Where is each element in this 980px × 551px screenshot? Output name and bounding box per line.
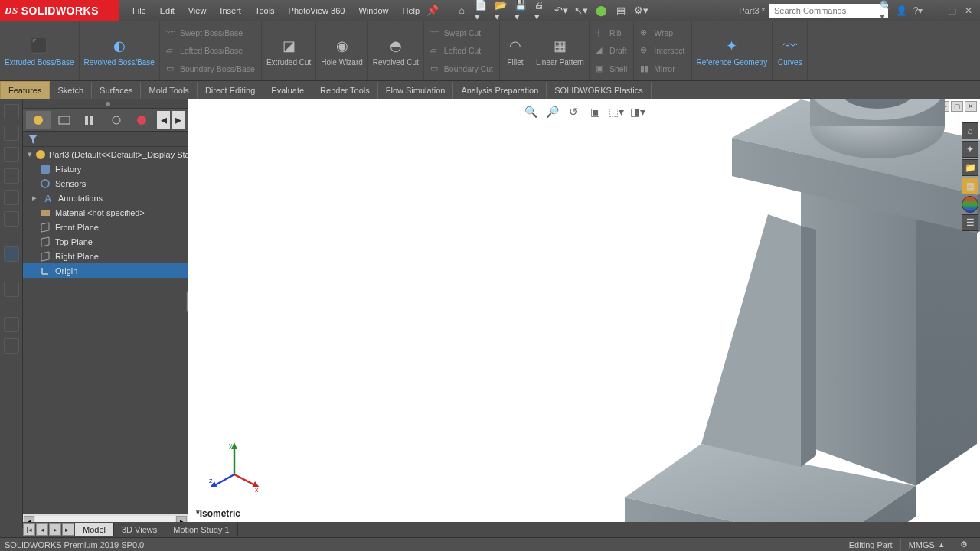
restore-icon[interactable]: ▢	[943, 4, 960, 18]
tree-nav-right[interactable]: ▸	[172, 111, 185, 129]
taskpane-home-icon[interactable]: ⌂	[962, 122, 978, 139]
panel-icon-10[interactable]	[4, 338, 19, 354]
pin-icon[interactable]: 📌	[426, 4, 439, 18]
prev-view-icon[interactable]: ↺	[564, 103, 583, 121]
menu-edit[interactable]: Edit	[154, 3, 181, 18]
tab-features[interactable]: Features	[0, 81, 50, 99]
menu-view[interactable]: View	[182, 3, 213, 18]
zoom-area-icon[interactable]: 🔎	[543, 103, 561, 121]
taskpane-appearance-icon[interactable]	[962, 196, 978, 213]
tree-tab-property[interactable]	[52, 111, 77, 129]
panel-icon-4[interactable]	[4, 168, 19, 184]
user-icon[interactable]: 👤	[893, 4, 910, 18]
section-view-icon[interactable]: ▣	[586, 103, 604, 121]
search-commands[interactable]: 🔍▾	[769, 4, 888, 18]
panel-icon-7[interactable]	[4, 246, 19, 262]
undo-icon[interactable]: ↶▾	[554, 4, 568, 18]
bottom-tab-3dviews[interactable]: 3D Views	[114, 523, 165, 536]
search-input[interactable]	[774, 6, 880, 15]
tree-annotations[interactable]: ▸ A Annotations	[23, 191, 188, 205]
nav-last-icon[interactable]: ▸|	[62, 523, 74, 536]
bottom-tab-model[interactable]: Model	[75, 523, 114, 536]
search-icon[interactable]: 🔍▾	[880, 0, 891, 21]
draft-button[interactable]: ◢Draft	[596, 45, 627, 56]
tree-tab-config[interactable]	[78, 111, 103, 129]
lofted-boss-button[interactable]: ▱Lofted Boss/Base	[166, 45, 255, 56]
menu-window[interactable]: Window	[352, 3, 394, 18]
zoom-fit-icon[interactable]: 🔍	[521, 103, 540, 121]
curves-button[interactable]: 〰 Curves	[773, 21, 808, 80]
status-units[interactable]: MMGS ▴	[900, 538, 952, 551]
tree-tab-feature[interactable]	[26, 111, 51, 129]
extruded-cut-button[interactable]: ◪ Extruded Cut	[262, 21, 316, 80]
rebuild-icon[interactable]: ⬤	[594, 4, 608, 18]
tab-sw-plastics[interactable]: SOLIDWORKS Plastics	[547, 82, 652, 99]
select-icon[interactable]: ↖▾	[574, 4, 588, 18]
menu-tools[interactable]: Tools	[249, 3, 281, 18]
panel-icon-1[interactable]	[4, 104, 19, 119]
display-style-icon[interactable]: ◨▾	[629, 103, 647, 121]
mirror-button[interactable]: ▮▮Mirror	[640, 64, 684, 74]
panel-icon-5[interactable]	[4, 190, 19, 205]
revolved-boss-button[interactable]: ◐ Revolved Boss/Base	[80, 21, 160, 80]
taskpane-library-icon[interactable]: 📁	[962, 159, 978, 176]
gear-icon[interactable]: ⚙▾	[634, 4, 648, 18]
tab-mold-tools[interactable]: Mold Tools	[141, 82, 197, 99]
shell-button[interactable]: ▣Shell	[596, 64, 627, 74]
menu-file[interactable]: File	[126, 3, 152, 18]
tab-sketch[interactable]: Sketch	[50, 82, 92, 99]
boundary-boss-button[interactable]: ▭Boundary Boss/Base	[166, 64, 255, 74]
tree-material[interactable]: Material <not specified>	[23, 205, 188, 220]
panel-icon-6[interactable]	[4, 211, 19, 227]
panel-icon-9[interactable]	[4, 317, 19, 332]
tree-origin[interactable]: Origin	[23, 263, 188, 278]
nav-prev-icon[interactable]: ◂	[36, 523, 48, 536]
menu-help[interactable]: Help	[397, 3, 426, 18]
extruded-boss-button[interactable]: ⬛ Extruded Boss/Base	[0, 21, 80, 80]
view-triad[interactable]: y x z	[207, 440, 261, 494]
help-icon[interactable]: ?▾	[910, 4, 926, 18]
tree-nav-left[interactable]: ◂	[157, 111, 170, 129]
tree-root[interactable]: ▾ Part3 (Default<<Default>_Display Sta	[23, 147, 188, 161]
open-icon[interactable]: 📂▾	[495, 4, 508, 18]
panel-icon-2[interactable]	[4, 126, 19, 141]
tree-right-plane[interactable]: Right Plane	[23, 249, 188, 263]
print-icon[interactable]: 🖨▾	[534, 4, 548, 18]
nav-next-icon[interactable]: ▸	[49, 523, 61, 536]
lofted-cut-button[interactable]: ▱Lofted Cut	[430, 45, 493, 56]
tree-tab-display[interactable]	[129, 111, 154, 129]
reference-geometry-button[interactable]: ✦ Reference Geometry	[692, 21, 773, 80]
hole-wizard-button[interactable]: ◉ Hole Wizard	[316, 21, 368, 80]
close-icon[interactable]: ✕	[960, 4, 977, 18]
panel-icon-3[interactable]	[4, 147, 19, 162]
fillet-button[interactable]: ◠ Fillet	[500, 21, 531, 80]
taskpane-resources-icon[interactable]: ✦	[962, 141, 978, 158]
tab-direct-editing[interactable]: Direct Editing	[198, 82, 263, 99]
tree-tab-dim[interactable]	[104, 111, 129, 129]
wrap-button[interactable]: ⊕Wrap	[640, 28, 684, 38]
taskpane-props-icon[interactable]: ☰	[962, 214, 978, 231]
tree-top-plane[interactable]: Top Plane	[23, 234, 188, 249]
linear-pattern-button[interactable]: ▦ Linear Pattern	[531, 21, 590, 80]
save-icon[interactable]: 💾▾	[514, 4, 528, 18]
tree-front-plane[interactable]: Front Plane	[23, 220, 188, 234]
bottom-tab-motion[interactable]: Motion Study 1	[165, 523, 237, 536]
swept-cut-button[interactable]: 〰Swept Cut	[430, 28, 493, 38]
panel-icon-8[interactable]	[4, 282, 19, 297]
new-icon[interactable]: 📄▾	[475, 4, 488, 18]
tab-flow-simulation[interactable]: Flow Simulation	[378, 82, 454, 99]
boundary-cut-button[interactable]: ▭Boundary Cut	[430, 64, 493, 74]
revolved-cut-button[interactable]: ◓ Revolved Cut	[368, 21, 424, 80]
graphics-viewport[interactable]: 🔍 🔎 ↺ ▣ ⬚▾ ◨▾ ⧉ ▦ — ▢ ✕	[188, 99, 980, 528]
rib-button[interactable]: ⟊Rib	[596, 28, 627, 38]
options-icon[interactable]: ▤	[614, 4, 628, 18]
menu-photoview[interactable]: PhotoView 360	[283, 3, 351, 18]
minimize-icon[interactable]: —	[926, 4, 943, 18]
tab-surfaces[interactable]: Surfaces	[92, 82, 141, 99]
tree-history[interactable]: History	[23, 161, 188, 176]
tab-render-tools[interactable]: Render Tools	[312, 82, 378, 99]
swept-boss-button[interactable]: 〰Swept Boss/Base	[166, 28, 255, 38]
intersect-button[interactable]: ⊗Intersect	[640, 45, 684, 56]
status-extra-icon[interactable]: ⚙	[952, 538, 975, 551]
menu-insert[interactable]: Insert	[214, 3, 247, 18]
